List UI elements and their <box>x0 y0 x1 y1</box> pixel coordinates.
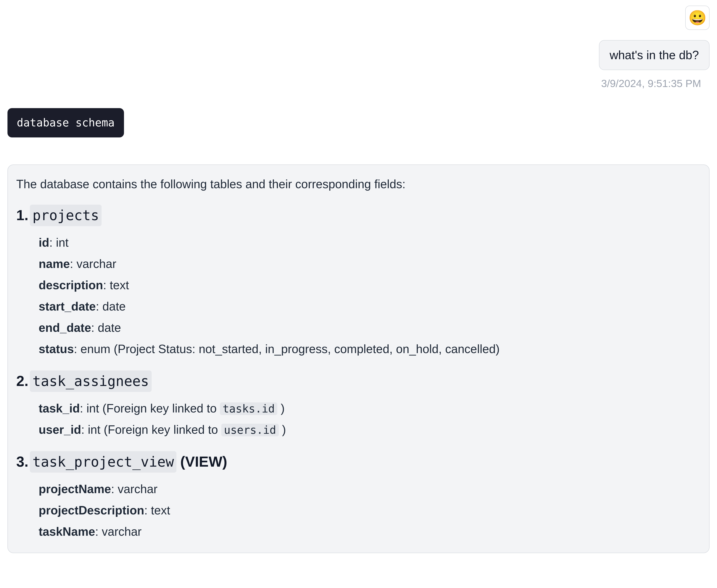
assistant-intro-text: The database contains the following tabl… <box>16 175 701 193</box>
schema-field-row: description: text <box>39 276 701 294</box>
schema-field-name: start_date <box>39 300 96 313</box>
schema-field-row: projectName: varchar <box>39 480 701 498</box>
user-avatar: 😀 <box>685 6 710 30</box>
schema-field-type: : varchar <box>70 257 116 271</box>
schema-table-item: task_project_view(VIEW)projectName: varc… <box>16 451 701 541</box>
schema-table-name: projects <box>30 205 102 226</box>
schema-field-type: : date <box>91 321 121 334</box>
schema-field-type: : enum (Project Status: not_started, in_… <box>74 342 500 356</box>
schema-field-name: projectDescription <box>39 504 144 517</box>
schema-table-item: projectsid: intname: varchardescription:… <box>16 204 701 358</box>
schema-field-name: end_date <box>39 321 91 334</box>
schema-field-type: : date <box>96 300 126 313</box>
chat-container: 😀 what's in the db? 3/9/2024, 9:51:35 PM… <box>0 0 717 553</box>
schema-field-row: user_id: int (Foreign key linked to user… <box>39 421 701 439</box>
schema-field-row: name: varchar <box>39 255 701 273</box>
schema-field-row: task_id: int (Foreign key linked to task… <box>39 399 701 417</box>
schema-field-type-prefix: : int (Foreign key linked to <box>81 423 222 436</box>
schema-field-list: projectName: varcharprojectDescription: … <box>16 480 701 541</box>
schema-field-name: status <box>39 342 74 356</box>
schema-field-name: projectName <box>39 482 111 496</box>
schema-field-type-suffix: ) <box>277 402 284 415</box>
schema-field-row: taskName: varchar <box>39 523 701 541</box>
schema-table-list: projectsid: intname: varchardescription:… <box>16 204 701 541</box>
schema-table-item: task_assigneestask_id: int (Foreign key … <box>16 370 701 439</box>
schema-field-name: id <box>39 236 49 249</box>
schema-field-row: start_date: date <box>39 297 701 315</box>
schema-field-row: id: int <box>39 234 701 252</box>
schema-table-heading: task_project_view(VIEW) <box>16 451 701 472</box>
schema-field-name: task_id <box>39 402 80 415</box>
schema-field-row: status: enum (Project Status: not_starte… <box>39 340 701 358</box>
schema-field-name: user_id <box>39 423 81 436</box>
schema-field-row: projectDescription: text <box>39 501 701 519</box>
user-message-timestamp: 3/9/2024, 9:51:35 PM <box>601 76 710 91</box>
schema-field-type-prefix: : int (Foreign key linked to <box>80 402 220 415</box>
user-message-bubble: what's in the db? <box>599 40 710 70</box>
schema-field-type: : int <box>49 236 68 249</box>
schema-field-name: taskName <box>39 525 95 538</box>
schema-table-heading: task_assignees <box>16 370 701 392</box>
assistant-message-bubble: The database contains the following tabl… <box>7 165 710 553</box>
schema-field-ref: tasks.id <box>220 402 277 415</box>
schema-table-heading: projects <box>16 204 701 226</box>
schema-field-row: end_date: date <box>39 319 701 337</box>
schema-field-type: : text <box>144 504 170 517</box>
schema-field-list: id: intname: varchardescription: textsta… <box>16 234 701 358</box>
schema-field-type: : varchar <box>111 482 157 496</box>
tool-call-pill[interactable]: database schema <box>7 108 124 138</box>
schema-field-name: description <box>39 278 103 292</box>
user-message-block: 😀 what's in the db? 3/9/2024, 9:51:35 PM <box>7 6 710 91</box>
schema-field-name: name <box>39 257 70 271</box>
schema-field-type: : text <box>103 278 129 292</box>
schema-table-name: task_assignees <box>30 371 152 392</box>
schema-table-name: task_project_view <box>30 451 176 472</box>
schema-field-ref: users.id <box>221 424 279 436</box>
schema-field-list: task_id: int (Foreign key linked to task… <box>16 399 701 439</box>
schema-table-suffix: (VIEW) <box>180 451 227 472</box>
schema-field-type-suffix: ) <box>279 423 286 436</box>
schema-field-type: : varchar <box>95 525 142 538</box>
